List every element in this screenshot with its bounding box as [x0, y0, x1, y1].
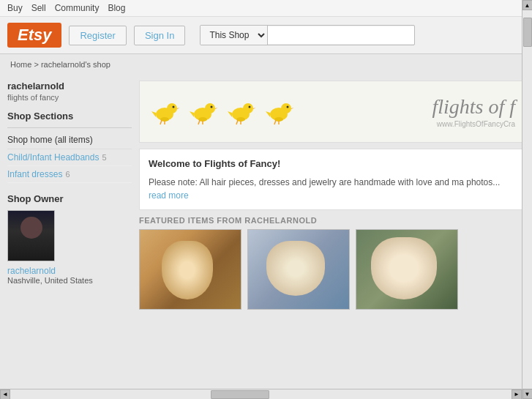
- svg-line-22: [236, 120, 238, 124]
- banner-brand-text: flights of f: [432, 95, 515, 119]
- description-text: Please note: All hair pieces, dresses an…: [149, 176, 515, 202]
- svg-point-10: [211, 105, 213, 108]
- svg-line-6: [160, 120, 162, 124]
- register-button[interactable]: Register: [69, 26, 126, 45]
- svg-point-9: [205, 103, 215, 113]
- description-ellipsis: photos...: [466, 177, 500, 187]
- welcome-title: Welcome to Flights of Fancy!: [149, 157, 515, 171]
- svg-marker-19: [253, 108, 255, 109]
- section-headbands-link[interactable]: Child/Infant Headbands 5: [7, 149, 132, 166]
- svg-point-17: [243, 103, 253, 113]
- signin-button[interactable]: Sign In: [134, 26, 185, 45]
- bird-icon-3: [225, 97, 255, 127]
- svg-marker-27: [291, 108, 293, 109]
- svg-marker-11: [215, 108, 217, 109]
- svg-marker-28: [266, 111, 270, 117]
- description-body: Please note: All hair pieces, dresses an…: [149, 177, 464, 187]
- shop-name: rachelarnold: [7, 81, 132, 92]
- scroll-left-button[interactable]: ◄: [0, 389, 10, 400]
- svg-point-2: [173, 105, 175, 108]
- nav-buy[interactable]: Buy: [7, 3, 23, 13]
- featured-item-3[interactable]: [356, 229, 458, 310]
- section-headbands-label: Child/Infant Headbands: [7, 152, 99, 163]
- top-navigation: Buy Sell Community Blog: [0, 0, 532, 17]
- svg-point-1: [167, 103, 177, 113]
- breadcrumb-current: rachelarnold's shop: [41, 60, 110, 69]
- main-content: rachelarnold flights of fancy Shop Secti…: [0, 75, 532, 391]
- read-more-link[interactable]: read more: [149, 190, 189, 201]
- banner-birds: [149, 97, 293, 127]
- owner-name-link[interactable]: rachelarnold: [7, 266, 132, 276]
- breadcrumb-home[interactable]: Home: [10, 60, 31, 69]
- featured-section-label: FEATURED ITEMS FROM RACHELARNOLD: [139, 216, 525, 225]
- breadcrumb: Home > rachelarnold's shop: [0, 54, 532, 75]
- section-dresses-count: 6: [65, 170, 70, 179]
- scroll-down-button[interactable]: ▼: [522, 389, 533, 399]
- nav-community[interactable]: Community: [55, 3, 100, 13]
- owner-location: Nashville, United States: [7, 276, 132, 285]
- featured-item-2[interactable]: [247, 229, 350, 310]
- sidebar: rachelarnold flights of fancy Shop Secti…: [7, 81, 132, 385]
- shop-tagline: flights of fancy: [7, 93, 132, 102]
- owner-location-text: Nashville, United States: [7, 276, 93, 285]
- svg-marker-4: [151, 111, 156, 117]
- scroll-thumb[interactable]: [523, 18, 532, 47]
- section-headbands-count: 5: [102, 153, 106, 162]
- header: Etsy Register Sign In This Shop All of E…: [0, 17, 532, 54]
- bird-icon-4: [263, 97, 293, 127]
- search-scope-select[interactable]: This Shop All of Etsy: [201, 26, 268, 45]
- bird-icon-2: [187, 97, 217, 127]
- shop-banner: flights of f www.FlightsOfFancyCra: [139, 81, 525, 143]
- shop-owner-title: Shop Owner: [7, 193, 132, 204]
- banner-brand: flights of f www.FlightsOfFancyCra: [432, 95, 515, 128]
- featured-item-1[interactable]: [139, 229, 241, 310]
- shop-main-panel: flights of f www.FlightsOfFancyCra Welco…: [139, 81, 525, 385]
- horizontal-scrollbar: ◄ ►: [0, 389, 522, 399]
- svg-point-25: [281, 103, 291, 113]
- vertical-scrollbar: ▲ ▼: [522, 0, 532, 399]
- section-divider: [7, 127, 132, 128]
- scroll-horiz-thumb[interactable]: [211, 390, 269, 399]
- featured-items-grid: [139, 229, 525, 310]
- bird-icon-1: [149, 97, 179, 127]
- shop-sections-title: Shop Sections: [7, 111, 132, 122]
- svg-point-18: [249, 105, 251, 108]
- section-dresses-link[interactable]: Infant dresses 6: [7, 166, 132, 183]
- svg-marker-3: [177, 108, 179, 109]
- svg-marker-20: [228, 111, 232, 117]
- search-input[interactable]: [268, 26, 414, 44]
- svg-line-30: [274, 120, 276, 124]
- section-dresses-label: Infant dresses: [7, 169, 62, 179]
- scroll-right-button[interactable]: ►: [512, 389, 522, 400]
- banner-brand-url: www.FlightsOfFancyCra: [432, 120, 515, 128]
- svg-line-14: [198, 120, 200, 124]
- breadcrumb-separator: >: [34, 60, 38, 69]
- search-scope-container: This Shop All of Etsy: [200, 25, 415, 45]
- scroll-up-button[interactable]: ▲: [522, 0, 533, 10]
- scroll-track: [522, 10, 533, 389]
- etsy-logo[interactable]: Etsy: [7, 23, 61, 48]
- avatar: [7, 210, 55, 261]
- svg-marker-12: [190, 111, 194, 117]
- scroll-horiz-track: [10, 389, 512, 400]
- shop-home-link[interactable]: Shop home (all items): [7, 131, 132, 149]
- nav-sell[interactable]: Sell: [31, 3, 46, 13]
- shop-description: Welcome to Flights of Fancy! Please note…: [139, 149, 525, 210]
- nav-blog[interactable]: Blog: [108, 3, 125, 13]
- svg-point-26: [287, 105, 289, 108]
